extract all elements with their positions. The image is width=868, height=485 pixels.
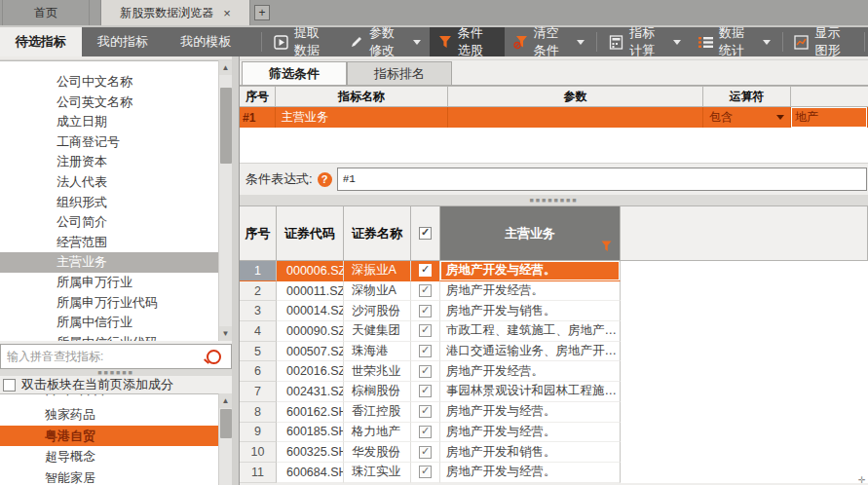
table-row[interactable]: 2 000011.SZ 深物业A 房地产开发经营。 bbox=[240, 281, 868, 302]
checkbox-checked[interactable] bbox=[419, 345, 432, 357]
checkbox-checked[interactable] bbox=[419, 284, 432, 297]
board-item[interactable]: 超导概念 bbox=[0, 446, 232, 466]
tab-indicator-rank[interactable]: 指标排名 bbox=[347, 61, 452, 86]
tab-stock-browser[interactable]: 新股票数据浏览器 × bbox=[100, 0, 250, 25]
operator-dropdown[interactable]: 包含 bbox=[703, 107, 791, 128]
table-row[interactable]: 4 000090.SZ 天健集团 市政工程、建筑施工、房地产… bbox=[240, 321, 868, 342]
table-row[interactable]: 5 000507.SZ 珠海港 港口交通运输业务、房地产开… bbox=[240, 342, 868, 362]
checkbox-checked[interactable] bbox=[419, 264, 432, 277]
extract-data-button[interactable]: 提取数据 bbox=[265, 27, 341, 56]
row-business: 房地产开发与经营。 bbox=[440, 402, 621, 423]
window-tab-bar: 首页 新股票数据浏览器 × + bbox=[0, 0, 868, 27]
table-row[interactable]: 6 002016.SZ 世荣兆业 房地产开发经营。 bbox=[240, 361, 868, 382]
search-icon[interactable] bbox=[207, 350, 221, 364]
panel-splitter-vertical[interactable] bbox=[232, 56, 240, 485]
scrollbar-thumb[interactable] bbox=[220, 409, 232, 438]
row-name: 棕榈股份 bbox=[344, 382, 411, 402]
indicator-item[interactable]: 经营范围 bbox=[0, 233, 232, 253]
indicator-item[interactable]: 所属申万行业代码 bbox=[0, 293, 232, 314]
row-num: 4 bbox=[240, 321, 277, 342]
col-header-business[interactable]: 主营业务 bbox=[440, 205, 621, 261]
board-item[interactable]: 智能家居 bbox=[0, 467, 232, 485]
tab-my-indicators[interactable]: 我的指标 bbox=[82, 27, 165, 56]
indicator-item[interactable]: 法人代表 bbox=[0, 172, 232, 193]
search-input[interactable] bbox=[1, 350, 207, 363]
indicator-item[interactable]: 工商登记号 bbox=[0, 132, 232, 153]
scrollbar-thumb[interactable] bbox=[220, 88, 232, 164]
board-item[interactable]: 独家药品 bbox=[0, 404, 232, 425]
indicator-item[interactable]: 组织形式 bbox=[0, 193, 232, 213]
table-row[interactable]: 1 000006.SZ 深振业A 房地产开发与经营。 bbox=[240, 261, 868, 281]
row-business: 房地产开发经营。 bbox=[440, 361, 621, 382]
table-row[interactable]: 8 600162.SH 香江控股 房地产开发与经营。 bbox=[240, 402, 868, 423]
scroll-down-icon[interactable]: ▼ bbox=[219, 326, 232, 341]
row-code: 000011.SZ bbox=[277, 281, 344, 302]
checkbox-checked[interactable] bbox=[419, 305, 432, 317]
indicator-item[interactable]: 所属申万行业 bbox=[0, 273, 232, 293]
indicator-item[interactable]: 注册资本 bbox=[0, 152, 232, 172]
condition-row[interactable]: #1 主营业务 包含 bbox=[240, 107, 868, 128]
clear-filter-icon bbox=[513, 35, 528, 50]
checkbox-checked[interactable] bbox=[419, 426, 432, 438]
table-row[interactable]: 7 002431.SZ 棕榈股份 事园林景观设计和园林工程施… bbox=[240, 382, 868, 402]
tab-pending-indicators[interactable]: 待选指标 bbox=[0, 27, 82, 56]
row-code: 600684.SH bbox=[277, 463, 344, 483]
table-row[interactable]: 11 600684.SH 珠江实业 房地产开发与经营。 bbox=[240, 463, 868, 483]
board-list-scrollbar[interactable]: ▲ bbox=[218, 393, 232, 485]
clear-conditions-label: 清空条件 bbox=[534, 24, 569, 59]
scroll-up-icon[interactable]: ▲ bbox=[219, 60, 232, 75]
toolbar-separator bbox=[596, 32, 597, 52]
sidebar-splitter[interactable]: ■■■■■■ bbox=[0, 369, 232, 376]
row-name: 沙河股份 bbox=[344, 301, 411, 321]
board-item-selected[interactable]: 粤港自贸 bbox=[0, 426, 218, 446]
checkbox-checked[interactable] bbox=[419, 466, 432, 478]
modify-params-button[interactable]: 参数修改 bbox=[341, 27, 430, 56]
table-row[interactable]: 9 600185.SH 格力地产 房地产开发与经营。 bbox=[240, 423, 868, 443]
data-stats-button[interactable]: 数据统计 bbox=[690, 27, 779, 56]
close-tab-icon[interactable]: × bbox=[223, 6, 231, 20]
condition-value-input[interactable] bbox=[791, 107, 867, 128]
indicator-calc-button[interactable]: 指标计算 bbox=[600, 27, 690, 56]
checkbox-checked[interactable] bbox=[419, 446, 432, 459]
checkbox-checked[interactable] bbox=[419, 365, 432, 378]
indicator-item[interactable]: 所属中信行业代码 bbox=[0, 333, 232, 341]
active-filter-icon[interactable] bbox=[601, 241, 612, 255]
col-header-checkbox[interactable] bbox=[411, 205, 440, 261]
checkbox-checked[interactable] bbox=[419, 385, 432, 397]
row-name: 珠江实业 bbox=[344, 463, 411, 483]
resize-grip[interactable]: ✛ bbox=[858, 476, 866, 484]
col-header-name: 证券名称 bbox=[344, 205, 411, 261]
checkbox-checked[interactable] bbox=[419, 324, 432, 337]
indicator-list-scrollbar[interactable]: ▲ ▼ bbox=[218, 60, 232, 341]
row-checkbox-cell bbox=[411, 281, 440, 302]
indicator-list: 公司中文名称 公司英文名称 成立日期 工商登记号 注册资本 法人代表 组织形式 … bbox=[0, 60, 232, 341]
modify-params-label: 参数修改 bbox=[369, 24, 404, 59]
indicator-item[interactable]: 公司中文名称 bbox=[0, 72, 232, 93]
show-chart-button[interactable]: 显示图形 bbox=[785, 27, 861, 56]
indicator-item-selected[interactable]: 主营业务 bbox=[0, 252, 218, 273]
table-row[interactable]: 10 600325.SH 华发股份 房地产开发和销售。 bbox=[240, 442, 868, 463]
indicator-item[interactable]: 公司简介 bbox=[0, 212, 232, 233]
indicator-item[interactable]: 公司英文名称 bbox=[0, 93, 232, 113]
play-icon bbox=[274, 35, 288, 50]
condition-select-button[interactable]: 条件选股 bbox=[430, 27, 505, 56]
checkbox-checked[interactable] bbox=[419, 227, 432, 240]
indicator-item[interactable]: 成立日期 bbox=[0, 112, 232, 132]
clear-conditions-button[interactable]: 清空条件 bbox=[505, 27, 594, 56]
col-header-business-label: 主营业务 bbox=[505, 225, 555, 242]
checkbox-unchecked[interactable] bbox=[3, 379, 16, 392]
help-icon[interactable]: ? bbox=[318, 172, 332, 187]
scroll-up-icon[interactable]: ▲ bbox=[219, 393, 232, 408]
tab-home[interactable]: 首页 bbox=[2, 0, 90, 25]
row-checkbox-cell bbox=[411, 361, 440, 382]
checkbox-checked[interactable] bbox=[419, 405, 432, 418]
results-splitter[interactable]: ■■■■■■■■ bbox=[240, 195, 868, 205]
expression-input[interactable] bbox=[337, 168, 867, 191]
new-tab-button[interactable]: + bbox=[254, 5, 270, 20]
add-components-option: 双击板块在当前页添加成分 bbox=[0, 376, 232, 393]
table-row[interactable]: 3 000014.SZ 沙河股份 房地产开发与销售。 bbox=[240, 301, 868, 321]
tab-filter-conditions[interactable]: 筛选条件 bbox=[242, 61, 347, 86]
indicator-item[interactable]: 所属中信行业 bbox=[0, 313, 232, 333]
tab-my-templates[interactable]: 我的模板 bbox=[165, 27, 247, 56]
board-item-clipped[interactable]: ·· · ···· bbox=[0, 393, 232, 404]
